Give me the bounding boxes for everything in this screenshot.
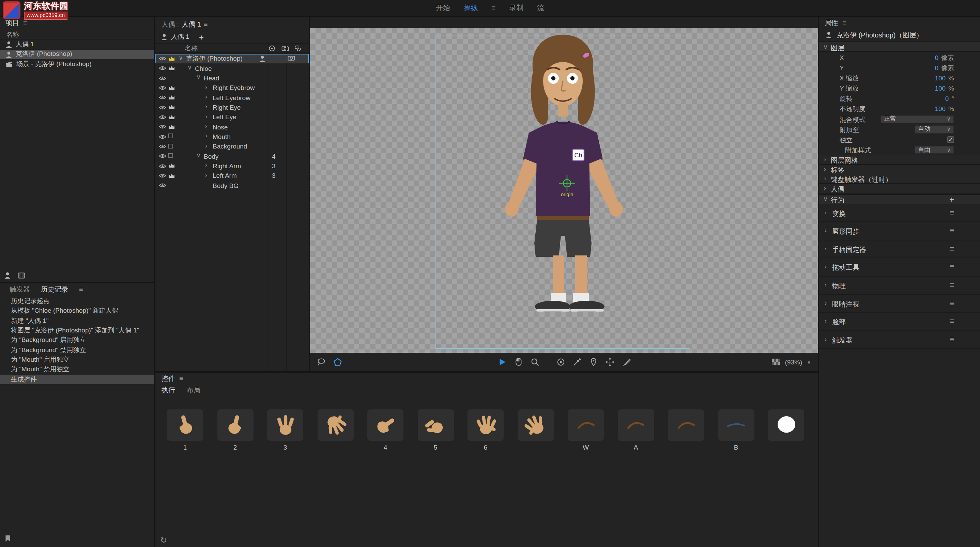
collapse-icon[interactable]: ∨ — [823, 43, 828, 50]
visibility-eye-icon[interactable] — [159, 164, 166, 169]
history-item[interactable]: 为 "Background" 禁用独立 — [0, 345, 154, 355]
zoom-tool-icon[interactable] — [530, 358, 539, 366]
control-card[interactable] — [518, 409, 554, 451]
crown-icon[interactable] — [168, 104, 175, 110]
lasso-tool-icon[interactable] — [317, 358, 326, 366]
visibility-eye-icon[interactable] — [159, 56, 166, 61]
project-item[interactable]: 场景 - 克洛伊 (Photoshop) — [0, 59, 154, 69]
zoom-level[interactable]: (93%) — [785, 358, 802, 366]
panel-menu-icon[interactable]: ≡ — [842, 19, 846, 26]
crown-icon[interactable] — [168, 65, 175, 71]
handle-box-icon[interactable] — [168, 134, 173, 138]
layer-row[interactable]: ›Left Eyebrow — [155, 93, 309, 103]
control-thumb-hand-2[interactable] — [217, 409, 253, 441]
layer-row[interactable]: ›Right Arm3 — [155, 161, 309, 171]
control-thumb-brow[interactable] — [568, 409, 604, 441]
layer-row[interactable]: ∨Chloe — [155, 64, 309, 73]
history-item[interactable]: 历史记录起点 — [0, 296, 154, 306]
expand-icon[interactable]: › — [824, 175, 826, 182]
expand-icon[interactable]: › — [205, 113, 207, 119]
layer-row[interactable]: ›Right Eye — [155, 102, 309, 112]
behavior-row[interactable]: ›眼睛注视≡ — [819, 295, 980, 313]
control-card[interactable]: 4 — [368, 409, 403, 451]
expand-icon[interactable]: › — [825, 245, 827, 252]
property-value[interactable]: 0 — [935, 64, 939, 71]
layer-row[interactable]: ∨Body4 — [155, 151, 309, 161]
character-chloe[interactable]: Ch origin — [482, 31, 673, 351]
record-target-icon[interactable] — [269, 45, 275, 53]
add-behavior-button[interactable]: + — [949, 195, 954, 204]
control-card[interactable]: 6 — [468, 409, 504, 451]
transparency-grid-icon[interactable] — [772, 358, 780, 366]
panel-menu-icon[interactable]: ≡ — [23, 20, 27, 27]
property-value[interactable]: 0 — [935, 54, 939, 61]
draw-tool-icon[interactable] — [622, 358, 630, 366]
controls-tab[interactable]: 执行 — [162, 386, 175, 395]
history-item[interactable]: 新建 "人偶 1" — [0, 316, 154, 326]
panel-menu-icon[interactable]: ≡ — [79, 286, 83, 293]
control-thumb-hand-8[interactable] — [518, 409, 554, 441]
project-item[interactable]: 克洛伊 (Photoshop) — [0, 49, 154, 59]
play-icon[interactable] — [498, 358, 506, 366]
visibility-eye-icon[interactable] — [159, 173, 166, 178]
link-icon[interactable] — [294, 45, 301, 53]
expand-icon[interactable]: › — [205, 132, 207, 139]
layer-row[interactable]: ∨Head — [155, 73, 309, 83]
control-thumb-dot-white[interactable] — [768, 409, 804, 441]
behavior-menu-icon[interactable]: ≡ — [950, 335, 954, 343]
property-value[interactable]: 100 — [935, 105, 946, 113]
workspace-tab[interactable]: 录制 — [509, 3, 523, 13]
expand-icon[interactable]: › — [205, 142, 207, 149]
expand-icon[interactable]: › — [824, 185, 826, 192]
scene-canvas[interactable]: Ch origin — [310, 28, 818, 353]
control-thumb-hand-4[interactable] — [317, 409, 353, 441]
pin-tool-icon[interactable] — [589, 358, 598, 366]
history-item[interactable]: 从模板 "Chloe (Photoshop)" 新建人偶 — [0, 306, 154, 316]
collapsed-section[interactable]: ›标签 — [819, 165, 980, 174]
history-item[interactable]: 生成控件 — [0, 375, 154, 385]
needle-tool-icon[interactable] — [573, 358, 581, 366]
zoom-chevron-down-icon[interactable]: ∨ — [807, 359, 811, 365]
visibility-eye-icon[interactable] — [159, 144, 166, 149]
expand-icon[interactable]: › — [205, 171, 207, 178]
control-card[interactable] — [668, 409, 704, 451]
layer-row[interactable]: ›Background — [155, 142, 309, 151]
behavior-menu-icon[interactable]: ≡ — [950, 245, 954, 253]
panel-menu-icon[interactable]: ≡ — [179, 375, 183, 382]
section-layer[interactable]: ∨ 图层 — [819, 41, 980, 52]
dropdown[interactable]: 正常∨ — [880, 115, 954, 123]
visibility-eye-icon[interactable] — [159, 95, 166, 100]
behavior-row[interactable]: ›拖动工具≡ — [819, 259, 980, 277]
expand-icon[interactable]: › — [825, 336, 827, 343]
behavior-row[interactable]: ›脸部≡ — [819, 313, 980, 331]
history-item[interactable]: 为 "Background" 启用独立 — [0, 336, 154, 345]
layer-row[interactable]: ›Right Eyebrow — [155, 83, 309, 93]
expand-icon[interactable]: › — [205, 83, 207, 90]
dropdown[interactable]: 自由∨ — [915, 146, 954, 154]
collapsed-section[interactable]: ›图层网格 — [819, 155, 980, 165]
hand-tool-icon[interactable] — [514, 358, 523, 366]
puppet-name[interactable]: 人偶 1 — [171, 33, 189, 41]
behavior-menu-icon[interactable]: ≡ — [950, 208, 954, 216]
expand-icon[interactable]: › — [205, 103, 207, 110]
expand-icon[interactable]: › — [825, 299, 827, 306]
visibility-eye-icon[interactable] — [159, 183, 166, 188]
workspace-tab[interactable]: 操纵 — [464, 3, 478, 13]
visibility-eye-icon[interactable] — [159, 134, 166, 140]
crown-icon[interactable] — [168, 173, 175, 178]
expand-icon[interactable]: › — [825, 318, 827, 324]
behavior-menu-icon[interactable]: ≡ — [950, 281, 954, 289]
layer-row[interactable]: ›Mouth — [155, 132, 309, 142]
layer-row[interactable]: ›Left Arm3 — [155, 171, 309, 181]
control-card[interactable]: A — [618, 409, 654, 451]
property-value[interactable]: 0 — [945, 95, 949, 103]
behavior-row[interactable]: ›变换≡ — [819, 204, 980, 222]
camera-icon[interactable] — [282, 45, 289, 52]
refresh-icon[interactable]: ↻ — [160, 536, 167, 544]
expand-icon[interactable]: › — [825, 281, 827, 288]
control-card[interactable]: B — [718, 409, 754, 451]
expand-icon[interactable]: › — [825, 227, 827, 234]
project-item[interactable]: 人偶 1 — [0, 40, 154, 49]
visibility-eye-icon[interactable] — [159, 66, 166, 71]
visibility-eye-icon[interactable] — [159, 114, 166, 120]
